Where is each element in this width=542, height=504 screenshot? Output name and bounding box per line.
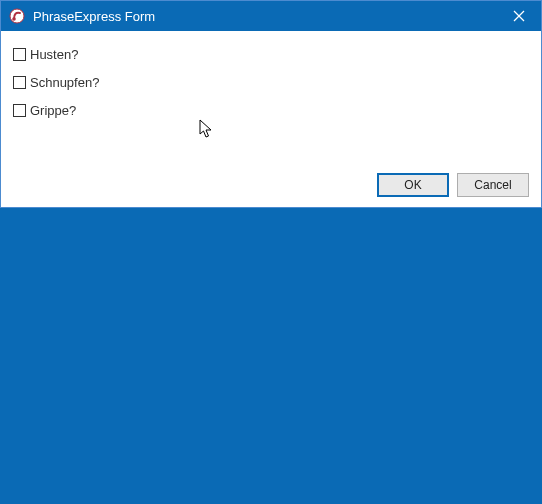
spacer [13, 129, 529, 167]
close-icon [513, 10, 525, 22]
ok-button[interactable]: OK [377, 173, 449, 197]
checkbox-box[interactable] [13, 76, 26, 89]
checkbox-label: Husten? [30, 48, 78, 61]
svg-point-1 [12, 17, 16, 21]
window-title: PhraseExpress Form [33, 9, 496, 24]
checkbox-box[interactable] [13, 104, 26, 117]
button-row: OK Cancel [13, 167, 529, 197]
checkbox-label: Schnupfen? [30, 76, 99, 89]
app-icon [7, 6, 27, 26]
checkbox-schnupfen[interactable]: Schnupfen? [13, 73, 529, 91]
checkbox-label: Grippe? [30, 104, 76, 117]
cancel-button[interactable]: Cancel [457, 173, 529, 197]
dialog-body: Husten? Schnupfen? Grippe? OK Cancel [1, 31, 541, 207]
dialog-window: PhraseExpress Form Husten? Schnupfen? Gr… [0, 0, 542, 208]
checkbox-husten[interactable]: Husten? [13, 45, 529, 63]
svg-point-0 [10, 9, 24, 23]
checkbox-box[interactable] [13, 48, 26, 61]
checkbox-grippe[interactable]: Grippe? [13, 101, 529, 119]
titlebar: PhraseExpress Form [1, 1, 541, 31]
close-button[interactable] [496, 1, 541, 31]
